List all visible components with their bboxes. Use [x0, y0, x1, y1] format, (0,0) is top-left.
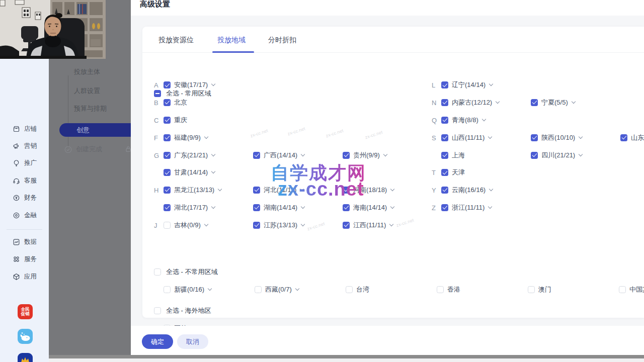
region-option[interactable]: 新疆(0/16) [164, 285, 211, 294]
stepper-item-2[interactable]: 人群设置 [74, 86, 100, 96]
chevron-down-icon[interactable] [481, 117, 486, 121]
chevron-down-icon[interactable] [301, 222, 305, 226]
crown-app-icon[interactable] [18, 353, 33, 362]
region-option[interactable]: 辽宁(14/14) [441, 80, 493, 89]
chevron-down-icon[interactable] [489, 82, 493, 86]
region-option[interactable]: 湖北(17/17) [164, 203, 215, 212]
chevron-down-icon[interactable] [488, 205, 492, 209]
chevron-down-icon[interactable] [383, 152, 387, 156]
region-checkbox[interactable] [531, 99, 538, 106]
sidebar-item-7[interactable]: 数据 [13, 238, 37, 246]
region-checkbox[interactable] [441, 134, 448, 141]
region-option[interactable]: 安徽(17/17) [164, 80, 215, 89]
region-option[interactable]: 上海 [441, 151, 465, 160]
region-option[interactable]: 贵州(9/9) [343, 151, 387, 160]
region-checkbox[interactable] [441, 152, 448, 159]
chevron-down-icon[interactable] [208, 287, 212, 291]
region-checkbox[interactable] [441, 99, 448, 106]
region-option[interactable]: 山东(1 [620, 133, 644, 142]
chevron-down-icon[interactable] [204, 222, 208, 226]
select-all-uncommon-checkbox[interactable] [154, 268, 161, 276]
region-checkbox[interactable] [343, 222, 350, 229]
chevron-down-icon[interactable] [301, 205, 305, 209]
stepper-item-1[interactable]: 投放主体 [74, 67, 100, 76]
chevron-down-icon[interactable] [571, 100, 575, 104]
region-checkbox[interactable] [253, 187, 260, 194]
quanmin-cuxiao-app-icon[interactable]: 全民促销 [18, 304, 33, 319]
tab-3[interactable]: 分时折扣 [268, 27, 296, 53]
sidebar-item-5[interactable]: 财务 [13, 194, 37, 202]
region-option[interactable]: 北京 [164, 98, 187, 107]
region-checkbox[interactable] [253, 152, 260, 159]
region-checkbox[interactable] [253, 222, 260, 229]
region-option[interactable]: 重庆 [164, 116, 187, 125]
region-option[interactable]: 广东(21/21) [164, 151, 215, 160]
region-option[interactable]: 黑龙江(13/13) [164, 186, 221, 195]
stepper-item-active[interactable]: 创意 [59, 123, 131, 137]
region-checkbox[interactable] [164, 204, 171, 211]
region-option[interactable]: 河南(18/18) [343, 186, 394, 195]
chevron-down-icon[interactable] [204, 135, 208, 139]
cancel-button[interactable]: 取消 [177, 334, 208, 349]
chevron-down-icon[interactable] [579, 135, 583, 139]
region-option[interactable]: 香港 [437, 285, 460, 294]
region-option[interactable]: 青海(8/8) [441, 116, 486, 125]
region-checkbox[interactable] [164, 286, 171, 293]
region-option[interactable]: 浙江(11/11) [441, 203, 492, 212]
region-checkbox[interactable] [343, 152, 350, 159]
sidebar-item-2[interactable]: 营销 [13, 142, 37, 150]
region-checkbox[interactable] [255, 286, 262, 293]
whale-app-icon[interactable] [18, 329, 33, 344]
region-checkbox[interactable] [343, 204, 350, 211]
sidebar-item-3[interactable]: 推广 [13, 159, 37, 167]
region-checkbox[interactable] [441, 187, 448, 194]
region-option[interactable]: 江苏(13/13) [253, 221, 304, 230]
region-option[interactable]: 广西(14/14) [253, 151, 304, 160]
region-checkbox[interactable] [531, 152, 538, 159]
region-checkbox[interactable] [437, 286, 444, 293]
tab-1[interactable]: 投放资源位 [158, 27, 194, 53]
region-option[interactable]: 湖南(14/14) [253, 203, 304, 212]
region-option[interactable]: 澳门 [528, 285, 551, 294]
region-checkbox[interactable] [441, 204, 448, 211]
sidebar-item-9[interactable]: 应用 [13, 273, 37, 281]
chevron-down-icon[interactable] [390, 205, 394, 209]
region-option[interactable]: 江西(11/11) [343, 221, 393, 230]
region-option[interactable]: 云南(16/16) [441, 186, 493, 195]
region-option[interactable]: 宁夏(5/5) [531, 98, 575, 107]
confirm-button[interactable]: 确定 [142, 334, 173, 349]
region-checkbox[interactable] [528, 286, 535, 293]
region-checkbox[interactable] [164, 187, 171, 194]
chevron-down-icon[interactable] [390, 187, 394, 191]
region-checkbox[interactable] [164, 117, 171, 124]
region-option[interactable]: 山西(11/11) [441, 133, 492, 142]
tab-2[interactable]: 投放地域 [217, 27, 246, 53]
chevron-down-icon[interactable] [489, 187, 493, 191]
region-checkbox[interactable] [441, 169, 448, 176]
region-checkbox[interactable] [164, 169, 171, 176]
region-checkbox[interactable] [164, 134, 171, 141]
region-checkbox[interactable] [346, 286, 353, 293]
chevron-down-icon[interactable] [211, 152, 215, 156]
chevron-down-icon[interactable] [211, 82, 215, 86]
region-checkbox[interactable] [164, 99, 171, 106]
region-option[interactable]: 天津 [441, 168, 465, 177]
chevron-down-icon[interactable] [211, 169, 215, 173]
sidebar-item-1[interactable]: 店铺 [13, 125, 37, 133]
region-checkbox[interactable] [343, 187, 350, 194]
region-option[interactable]: 河北(11/11) [253, 186, 303, 195]
region-checkbox[interactable] [253, 204, 260, 211]
region-checkbox[interactable] [441, 81, 448, 88]
region-option[interactable]: 四川(21/21) [531, 151, 582, 160]
region-option[interactable]: 海南(14/14) [343, 203, 394, 212]
region-option[interactable]: 中国其 [619, 285, 644, 294]
sidebar-item-6[interactable]: 金融 [13, 211, 37, 220]
sidebar-item-8[interactable]: 服务 [13, 255, 37, 263]
sidebar-item-4[interactable]: 客服 [13, 176, 37, 185]
select-all-overseas-checkbox[interactable] [154, 307, 161, 314]
region-checkbox[interactable] [531, 134, 538, 141]
region-checkbox[interactable] [441, 117, 448, 124]
region-option[interactable]: 福建(9/9) [164, 133, 208, 142]
region-checkbox[interactable] [619, 286, 626, 293]
region-option[interactable]: 陕西(10/10) [531, 133, 582, 142]
